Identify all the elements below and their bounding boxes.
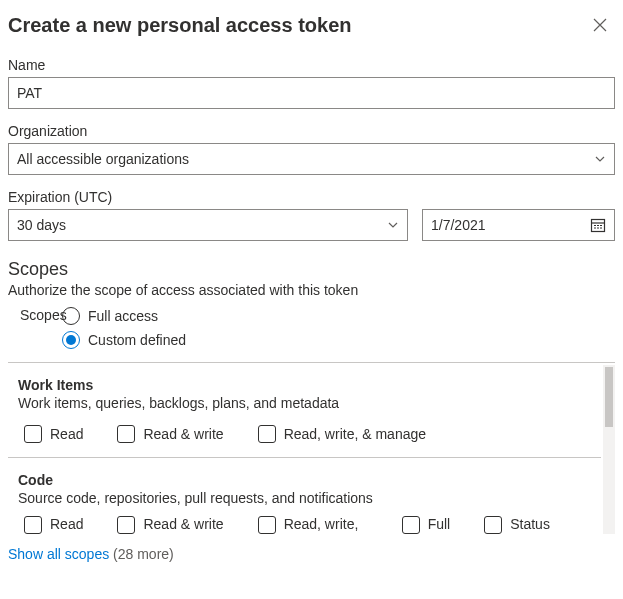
- perm-item[interactable]: Full: [402, 516, 451, 534]
- organization-label: Organization: [8, 123, 615, 139]
- perm-item[interactable]: Read: [24, 425, 83, 443]
- scopes-heading: Scopes: [8, 259, 615, 280]
- scope-group-work-items: Work Items Work items, queries, backlogs…: [8, 363, 601, 458]
- dialog-title: Create a new personal access token: [8, 14, 352, 37]
- perm-item[interactable]: Read: [24, 516, 83, 534]
- chevron-down-icon: [387, 219, 399, 231]
- scope-group-code: Code Source code, repositories, pull req…: [8, 458, 601, 534]
- scope-desc: Work items, queries, backlogs, plans, an…: [18, 395, 601, 411]
- checkbox[interactable]: [484, 516, 502, 534]
- perm-item[interactable]: Read & write: [117, 516, 223, 534]
- expiration-select[interactable]: 30 days: [8, 209, 408, 241]
- checkbox[interactable]: [117, 516, 135, 534]
- show-all-scopes-link[interactable]: Show all scopes: [8, 546, 109, 562]
- checkbox[interactable]: [24, 425, 42, 443]
- scope-list: Work Items Work items, queries, backlogs…: [8, 362, 615, 534]
- scopes-radio-group: Scopes Full access Custom defined: [8, 304, 615, 352]
- scrollbar-thumb[interactable]: [605, 367, 613, 427]
- radio-custom-defined-label: Custom defined: [88, 332, 186, 348]
- organization-value: All accessible organizations: [17, 151, 189, 167]
- expiration-date-input[interactable]: 1/7/2021: [422, 209, 615, 241]
- scope-desc: Source code, repositories, pull requests…: [18, 490, 601, 506]
- perm-item[interactable]: Read, write, & manage: [258, 516, 368, 534]
- close-button[interactable]: [589, 14, 611, 39]
- checkbox[interactable]: [24, 516, 42, 534]
- perm-item[interactable]: Status: [484, 516, 550, 534]
- expiration-label: Expiration (UTC): [8, 189, 615, 205]
- perm-item[interactable]: Read & write: [117, 425, 223, 443]
- scopes-count: (28 more): [113, 546, 174, 562]
- radio-custom-defined[interactable]: [62, 331, 80, 349]
- perm-item[interactable]: Read, write, & manage: [258, 425, 426, 443]
- radio-full-access-label: Full access: [88, 308, 158, 324]
- chevron-down-icon: [594, 153, 606, 165]
- name-label: Name: [8, 57, 615, 73]
- checkbox[interactable]: [258, 516, 276, 534]
- scope-title: Code: [18, 472, 601, 488]
- scope-title: Work Items: [18, 377, 601, 393]
- scopes-radio-label: Scopes: [20, 307, 67, 323]
- checkbox[interactable]: [117, 425, 135, 443]
- scrollbar[interactable]: [603, 365, 615, 534]
- expiration-date-value: 1/7/2021: [431, 217, 486, 233]
- close-icon: [593, 18, 607, 32]
- scopes-subtext: Authorize the scope of access associated…: [8, 282, 615, 298]
- checkbox[interactable]: [402, 516, 420, 534]
- expiration-value: 30 days: [17, 217, 66, 233]
- organization-select[interactable]: All accessible organizations: [8, 143, 615, 175]
- calendar-icon: [590, 217, 606, 233]
- checkbox[interactable]: [258, 425, 276, 443]
- name-input[interactable]: [8, 77, 615, 109]
